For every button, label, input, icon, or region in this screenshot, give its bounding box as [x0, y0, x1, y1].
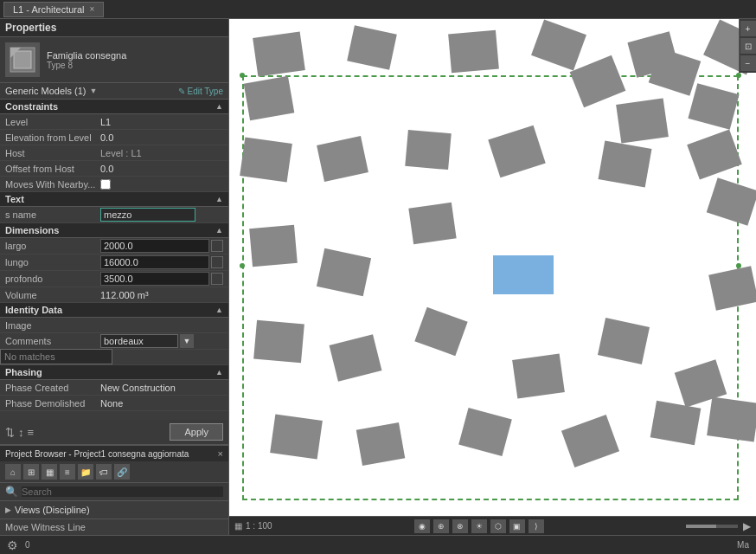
sort-list-icon[interactable]: ≡	[28, 426, 35, 439]
rect-15	[707, 177, 756, 225]
rect-31	[707, 396, 756, 441]
rect-19	[253, 320, 304, 364]
prop-offset-from-host: Offset from Host 0.0	[0, 161, 228, 177]
prop-host: Host Level : L1	[0, 145, 228, 161]
canvas-content: + ⊡ − ▦ 1 : 100 ◉ ⊕ ⊗ ☀ ⬡ ▣ ⟩	[229, 19, 756, 535]
status-tool-5[interactable]: ⬡	[490, 519, 506, 533]
phasing-section-header[interactable]: Phasing ▲	[0, 365, 228, 380]
prop-comments: Comments ▼ No matches	[0, 333, 228, 350]
rect-3	[448, 30, 499, 74]
status-tool-4[interactable]: ☀	[471, 519, 487, 533]
rect-1	[253, 31, 305, 76]
corner-dot-ml	[240, 263, 245, 268]
corner-dot-tr	[736, 73, 741, 78]
project-browser-close-icon[interactable]: ×	[218, 448, 223, 459]
rect-2	[347, 25, 397, 69]
text-section-header[interactable]: Text ▲	[0, 192, 228, 207]
pb-list-icon[interactable]: ≡	[60, 464, 75, 480]
scale-icon: ▦	[234, 521, 242, 531]
canvas-viewport[interactable]: + ⊡ − ▦ 1 : 100 ◉ ⊕ ⊗ ☀ ⬡ ▣ ⟩	[229, 19, 756, 535]
rect-9	[240, 137, 292, 182]
global-level-display: Ma	[737, 540, 749, 550]
prop-moves-with-nearby: Moves With Nearby...	[0, 177, 228, 192]
comments-input[interactable]	[100, 334, 178, 348]
rect-4	[531, 19, 586, 70]
edit-icon: ✎	[178, 87, 188, 96]
apply-button[interactable]: Apply	[170, 423, 223, 441]
pb-grid-icon[interactable]: ⊞	[23, 464, 39, 480]
pb-tag-icon[interactable]: 🏷	[96, 464, 112, 480]
rect-32	[570, 55, 626, 107]
status-tool-1[interactable]: ◉	[414, 519, 430, 533]
right-arrow-icon[interactable]: ▶	[743, 520, 751, 532]
scale-label: 1 : 100	[246, 521, 272, 531]
prop-phase-created: Phase Created New Construction	[0, 380, 228, 396]
status-tool-2[interactable]: ⊕	[433, 519, 449, 533]
global-status-bar: ⚙ 0 Ma	[0, 535, 756, 554]
selected-rect[interactable]	[493, 255, 554, 294]
rect-18	[408, 203, 456, 245]
element-icon	[5, 42, 40, 77]
rect-17	[317, 248, 371, 296]
moves-with-nearby-checkbox[interactable]	[100, 179, 111, 190]
rect-34	[616, 98, 669, 143]
category-label: Generic Models (1)	[5, 86, 86, 96]
canvas-right-toolbar: + ⊡ −	[739, 19, 756, 73]
status-tool-6[interactable]: ▣	[509, 519, 525, 533]
rect-8	[244, 76, 295, 120]
prop-s-name: s name	[0, 207, 228, 223]
views-discipline-label: Views (Discipline)	[15, 505, 90, 515]
prop-volume: Volume 112.000 m³	[0, 287, 228, 303]
corner-dot-tl	[240, 73, 245, 78]
comments-dropdown-button[interactable]: ▼	[180, 334, 194, 348]
constraints-section-header[interactable]: Constraints ▲	[0, 100, 228, 114]
zoom-out-button[interactable]: −	[740, 55, 756, 71]
tab-l1-architectural[interactable]: L1 - Architectural ×	[3, 2, 104, 17]
edit-type-button[interactable]: ✎ Edit Type	[178, 87, 223, 96]
canvas-status-bar: ▦ 1 : 100 ◉ ⊕ ⊗ ☀ ⬡ ▣ ⟩ ▶	[229, 516, 756, 535]
dimensions-section-header[interactable]: Dimensions ▲	[0, 223, 228, 238]
rect-30	[708, 266, 756, 310]
status-tool-7[interactable]: ⟩	[529, 519, 544, 533]
pb-link-icon[interactable]: 🔗	[114, 464, 130, 480]
views-discipline-tree-item[interactable]: ▶ Views (Discipline)	[5, 504, 223, 516]
properties-header: Properties	[0, 19, 228, 37]
prop-largo: largo 2000.0	[0, 238, 228, 254]
dropdown-arrow-icon: ▼	[90, 87, 98, 95]
dimensions-arrow-icon: ▲	[215, 226, 223, 235]
prop-profondo: profondo 3500.0	[0, 271, 228, 287]
rect-12	[488, 126, 546, 178]
zoom-in-button[interactable]: +	[740, 21, 756, 36]
identity-data-arrow-icon: ▲	[215, 306, 223, 314]
pb-folder-icon[interactable]: 📁	[78, 464, 93, 480]
witness-line-label: Move Witness Line	[0, 519, 228, 535]
rect-23	[598, 318, 650, 364]
tree-arrow-icon: ▶	[5, 506, 11, 514]
rect-27	[458, 408, 512, 456]
global-coord-display: 0	[25, 540, 30, 550]
prop-lungo: lungo 16000.0	[0, 254, 228, 271]
project-browser-label: Project Browser - Project1 consegna aggi…	[5, 449, 189, 459]
prop-level: Level L1	[0, 114, 228, 130]
zoom-slider[interactable]	[686, 525, 738, 528]
no-matches-dropdown: No matches	[0, 349, 112, 364]
sort-az-icon[interactable]: ⇅	[5, 426, 15, 439]
svg-rect-1	[14, 51, 31, 68]
search-input[interactable]	[22, 486, 223, 497]
status-tool-3[interactable]: ⊗	[452, 519, 468, 533]
pb-table-icon[interactable]: ▦	[42, 464, 57, 480]
identity-data-section-header[interactable]: Identity Data ▲	[0, 303, 228, 318]
rect-25	[270, 414, 323, 459]
rect-11	[405, 130, 451, 170]
tab-close-icon[interactable]: ×	[90, 4, 95, 14]
pb-home-icon[interactable]: ⌂	[5, 464, 21, 480]
rect-21	[414, 307, 467, 357]
zoom-fit-button[interactable]: ⊡	[740, 38, 756, 54]
sort-category-icon[interactable]: ↕	[18, 426, 24, 439]
rect-16	[249, 225, 298, 267]
s-name-input[interactable]	[100, 208, 195, 222]
global-icon-1[interactable]: ⚙	[7, 538, 18, 552]
search-icon: 🔍	[5, 486, 18, 498]
prop-phase-demolished: Phase Demolished None	[0, 396, 228, 411]
rect-13	[599, 141, 652, 188]
